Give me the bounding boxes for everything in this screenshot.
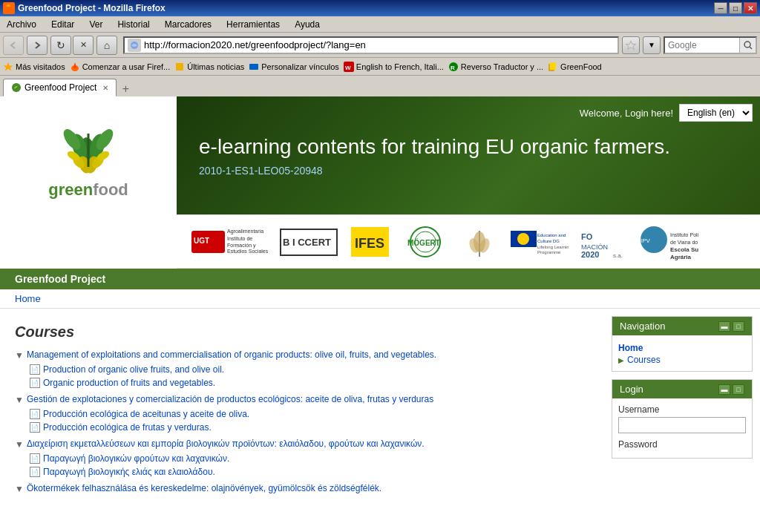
main-content: Courses ▼ Management of exploitations an…: [0, 309, 760, 531]
site-title-bar: Greenfood Project: [0, 269, 760, 289]
forward-button[interactable]: [27, 36, 48, 55]
reload-button[interactable]: ↻: [50, 36, 71, 55]
menu-ayuda[interactable]: Ayuda: [291, 18, 324, 31]
svg-text:W: W: [345, 65, 351, 71]
bookmark-comenzar[interactable]: Comenzar a usar Firef...: [70, 62, 171, 72]
collapse-arrow-1[interactable]: ▼: [15, 350, 24, 361]
svg-rect-6: [249, 64, 258, 70]
hero-area: Welcome, Login here! English (en) e-lear…: [177, 96, 760, 214]
content-area: greenfood Welcome, Login here! English (…: [0, 96, 760, 532]
bookmark-star-button[interactable]: [622, 36, 640, 54]
sub-course-link-2-1[interactable]: Producción ecológica de aceitunas y acei…: [43, 409, 249, 419]
svg-text:Agrária: Agrária: [670, 254, 692, 260]
partner-ugt: UGT Agroalimentaria Instituto de Formaci…: [191, 221, 268, 262]
course-group-link-4[interactable]: Ökotermékek felhasználása és kereskedelm…: [27, 483, 381, 493]
language-dropdown[interactable]: English (en): [679, 104, 753, 122]
new-tab-button[interactable]: +: [118, 82, 133, 96]
sub-course-3-2: 📄 Παραγωγή βιολογικής ελιάς και ελαιολάδ…: [30, 465, 589, 479]
window-title: Greenfood Project - Mozilla Firefox: [18, 3, 166, 13]
svg-line-3: [750, 47, 752, 49]
login-dock-button[interactable]: □: [733, 384, 744, 395]
tab-label: Greenfood Project: [24, 82, 96, 93]
nav-courses-arrow[interactable]: ▶: [618, 356, 624, 364]
course-group-link-2[interactable]: Gestión de explotaciones y comercializac…: [27, 394, 433, 404]
username-input[interactable]: [618, 417, 746, 433]
partner-mogert: MÖGERT: [402, 221, 450, 262]
nav-courses-link[interactable]: Courses: [627, 355, 661, 365]
address-bar-container: http://formacion2020.net/greenfoodprojec…: [120, 36, 661, 54]
menu-herramientas[interactable]: Herramientas: [223, 18, 284, 31]
bookmark-english-french[interactable]: W English to French, Itali...: [344, 62, 444, 72]
bookmark-mas-visitados[interactable]: Más visitados: [3, 62, 65, 72]
login-collapse-button[interactable]: ▬: [718, 384, 730, 395]
navigation-dock-button[interactable]: □: [733, 321, 744, 332]
sub-course-3-1: 📄 Παραγωγή βιολογικών φρούτων και λαχανι…: [30, 452, 589, 465]
maximize-button[interactable]: □: [729, 2, 742, 14]
login-form: Username Password: [612, 398, 752, 458]
nav-home-link[interactable]: Home: [618, 343, 643, 353]
bookmark-noticias[interactable]: Últimas noticias: [174, 62, 244, 72]
collapse-arrow-4[interactable]: ▼: [15, 484, 24, 494]
close-button[interactable]: ✕: [744, 2, 757, 14]
courses-heading: Courses: [15, 324, 589, 341]
menu-editar[interactable]: Editar: [48, 18, 78, 31]
bookmark-personalizar[interactable]: Personalizar vínculos: [249, 62, 339, 72]
bookmark-reverso[interactable]: R Reverso Traductor y ...: [448, 62, 543, 72]
tab-close-button[interactable]: ✕: [102, 84, 108, 92]
minimize-button[interactable]: ─: [714, 2, 727, 14]
bookmark-arrow-button[interactable]: ▼: [643, 36, 661, 54]
doc-icon: 📄: [30, 467, 40, 477]
svg-text:FO: FO: [581, 232, 593, 241]
sub-course-link-2-2[interactable]: Producción ecológica de frutas y verdura…: [43, 422, 212, 433]
widget-header-icons: ▬ □: [718, 321, 744, 332]
page-icon: [128, 39, 141, 52]
search-input[interactable]: [665, 40, 739, 50]
navigation-widget: Navigation ▬ □ Home ▶ Courses: [612, 316, 753, 372]
title-bar-left: Greenfood Project - Mozilla Firefox: [3, 2, 166, 14]
breadcrumb-bar: Home: [0, 289, 760, 309]
bookmark-greenfood[interactable]: GreenFood: [548, 62, 602, 72]
svg-rect-5: [176, 63, 183, 70]
search-button[interactable]: [739, 38, 756, 53]
back-button[interactable]: [3, 36, 24, 55]
course-group-link-3[interactable]: Διαχείριση εκμεταλλεύσεων και εμπορία βι…: [27, 439, 425, 449]
course-sublist-1: 📄 Production of organic olive fruits, an…: [15, 363, 589, 390]
navigation-widget-header: Navigation ▬ □: [612, 317, 752, 335]
tab-greenfood[interactable]: Greenfood Project ✕: [3, 79, 117, 96]
svg-text:R: R: [451, 65, 455, 71]
svg-point-40: [517, 233, 529, 245]
website: greenfood Welcome, Login here! English (…: [0, 96, 760, 532]
nav-home-item: Home: [618, 341, 746, 355]
sub-course-link-3-2[interactable]: Παραγωγή βιολογικής ελιάς και ελαιολάδου…: [43, 467, 215, 477]
partner-biocert: B I CCERT: [279, 221, 338, 262]
hero-title: e-learning contents for training EU orga…: [199, 134, 670, 160]
logo-area: greenfood: [0, 96, 177, 214]
sub-course-1-2: 📄 Organic production of fruits and veget…: [30, 376, 589, 390]
sub-course-link-1-2[interactable]: Organic production of fruits and vegetab…: [43, 378, 215, 388]
svg-text:Education and: Education and: [537, 233, 566, 237]
home-button[interactable]: ⌂: [96, 36, 117, 55]
site-title-text: Greenfood Project: [15, 273, 105, 285]
svg-text:s.a.: s.a.: [613, 252, 623, 259]
login-link[interactable]: Welcome, Login here!: [580, 108, 673, 119]
firefox-icon: [3, 2, 15, 14]
greenfood-logo: greenfood: [44, 111, 133, 200]
sub-course-link-3-1[interactable]: Παραγωγή βιολογικών φρούτων και λαχανικώ…: [43, 453, 229, 464]
navigation-collapse-button[interactable]: ▬: [718, 321, 730, 332]
menu-ver[interactable]: Ver: [85, 18, 106, 31]
stop-button[interactable]: ✕: [73, 36, 94, 55]
address-bar[interactable]: http://formacion2020.net/greenfoodprojec…: [123, 36, 619, 54]
sub-course-link-1-1[interactable]: Production of organic olive fruits, and …: [43, 364, 224, 375]
svg-text:IPV: IPV: [641, 237, 651, 244]
menu-historial[interactable]: Historial: [114, 18, 153, 31]
course-sublist-3: 📄 Παραγωγή βιολογικών φρούτων και λαχανι…: [15, 452, 589, 479]
course-group-link-1[interactable]: Management of exploitations and commerci…: [27, 349, 436, 360]
collapse-arrow-2[interactable]: ▼: [15, 395, 24, 405]
collapse-arrow-3[interactable]: ▼: [15, 439, 24, 450]
home-breadcrumb[interactable]: Home: [15, 293, 41, 304]
course-group-2: ▼ Gestión de explotaciones y comercializ…: [15, 394, 589, 405]
menu-archivo[interactable]: Archivo: [3, 18, 40, 31]
partners-bar: UGT Agroalimentaria Instituto de Formaci…: [177, 214, 760, 269]
svg-text:MÖGERT: MÖGERT: [407, 238, 440, 247]
menu-marcadores[interactable]: Marcadores: [161, 18, 215, 31]
